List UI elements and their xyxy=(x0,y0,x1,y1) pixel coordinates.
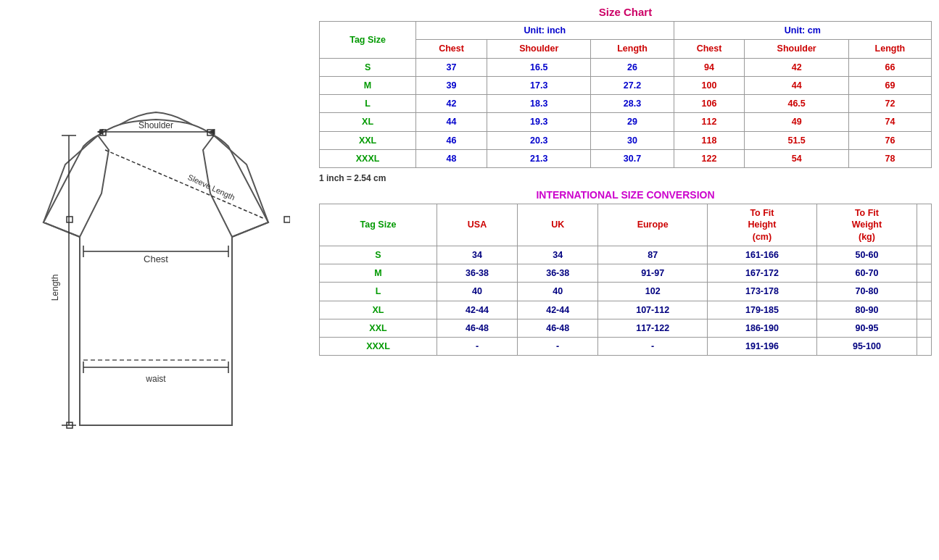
conv-tag-cell: S xyxy=(320,246,437,264)
conv-weight-cell: 95-100 xyxy=(816,338,917,356)
conv-height-cell: 173-178 xyxy=(708,283,817,301)
conv-usa-cell: 40 xyxy=(437,283,517,301)
inch-length-cell: 28.3 xyxy=(591,95,674,113)
col-chest-inch: Chest xyxy=(416,40,487,58)
conv-empty-cell xyxy=(917,338,932,356)
cm-shoulder-cell: 51.5 xyxy=(745,131,848,149)
conv-europe-cell: 107-112 xyxy=(598,301,708,319)
col-shoulder-inch: Shoulder xyxy=(487,40,591,58)
conv-europe-header: Europe xyxy=(598,204,708,246)
inch-length-cell: 27.2 xyxy=(591,76,674,94)
svg-text:Length: Length xyxy=(50,274,60,301)
conv-uk-cell: 40 xyxy=(518,283,598,301)
conv-uk-cell: 36-38 xyxy=(518,264,598,283)
conv-usa-cell: - xyxy=(437,338,517,356)
conv-empty-cell xyxy=(917,246,932,264)
tag-cell: L xyxy=(320,95,416,113)
cm-length-cell: 76 xyxy=(848,131,931,149)
conv-empty-cell xyxy=(917,319,932,337)
inch-shoulder-cell: 17.3 xyxy=(487,76,591,94)
size-row: XL 44 19.3 29 112 49 74 xyxy=(320,113,932,131)
conv-empty-cell xyxy=(917,301,932,319)
conv-europe-cell: 117-122 xyxy=(598,319,708,337)
conv-usa-cell: 46-48 xyxy=(437,319,517,337)
conv-tag-cell: XXL xyxy=(320,319,437,337)
inch-chest-cell: 39 xyxy=(416,76,487,94)
conv-europe-cell: 102 xyxy=(598,283,708,301)
conv-usa-cell: 34 xyxy=(437,246,517,264)
left-panel: Shoulder Length Chest waist Sleeve Lengt… xyxy=(0,0,312,560)
conv-height-cell: 191-196 xyxy=(708,338,817,356)
cm-chest-cell: 112 xyxy=(674,113,745,131)
inch-shoulder-cell: 16.5 xyxy=(487,58,591,76)
conv-usa-header: USA xyxy=(437,204,517,246)
col-length-cm: Length xyxy=(848,40,931,58)
inch-length-cell: 26 xyxy=(591,58,674,76)
size-row: XXXL 48 21.3 30.7 122 54 78 xyxy=(320,149,932,167)
unit-inch-header: Unit: inch xyxy=(416,22,674,40)
conv-row: M 36-38 36-38 91-97 167-172 60-70 xyxy=(320,264,932,283)
inch-chest-cell: 44 xyxy=(416,113,487,131)
right-panel: Size Chart Tag Size Unit: inch Unit: cm … xyxy=(312,0,939,560)
inch-length-cell: 30.7 xyxy=(591,149,674,167)
svg-rect-21 xyxy=(284,217,290,222)
cm-shoulder-cell: 49 xyxy=(745,113,848,131)
conv-weight-cell: 90-95 xyxy=(816,319,917,337)
conversion-table: Tag Size USA UK Europe To FitHeight(cm) … xyxy=(319,204,932,356)
cm-chest-cell: 94 xyxy=(674,58,745,76)
inch-shoulder-cell: 19.3 xyxy=(487,113,591,131)
conv-row: XXXL - - - 191-196 95-100 xyxy=(320,338,932,356)
conv-row: XL 42-44 42-44 107-112 179-185 80-90 xyxy=(320,301,932,319)
size-chart-table: Tag Size Unit: inch Unit: cm Chest Shoul… xyxy=(319,21,932,168)
conv-weight-cell: 60-70 xyxy=(816,264,917,283)
svg-rect-17 xyxy=(67,217,73,222)
conv-europe-cell: 87 xyxy=(598,246,708,264)
conv-tag-cell: XXXL xyxy=(320,338,437,356)
tag-size-header: Tag Size xyxy=(320,22,416,59)
inch-chest-cell: 37 xyxy=(416,58,487,76)
conv-tag-header: Tag Size xyxy=(320,204,437,246)
cm-length-cell: 69 xyxy=(848,76,931,94)
conv-weight-cell: 80-90 xyxy=(816,301,917,319)
conv-europe-cell: - xyxy=(598,338,708,356)
conv-usa-cell: 42-44 xyxy=(437,301,517,319)
conv-row: XXL 46-48 46-48 117-122 186-190 90-95 xyxy=(320,319,932,337)
tag-cell: S xyxy=(320,58,416,76)
col-shoulder-cm: Shoulder xyxy=(745,40,848,58)
conv-height-header: To FitHeight(cm) xyxy=(708,204,817,246)
unit-cm-header: Unit: cm xyxy=(674,22,931,40)
conv-weight-cell: 50-60 xyxy=(816,246,917,264)
conv-weight-cell: 70-80 xyxy=(816,283,917,301)
conv-europe-cell: 91-97 xyxy=(598,264,708,283)
cm-chest-cell: 122 xyxy=(674,149,745,167)
conv-uk-header: UK xyxy=(518,204,598,246)
conv-tag-cell: L xyxy=(320,283,437,301)
cm-shoulder-cell: 44 xyxy=(745,76,848,94)
conv-height-cell: 161-166 xyxy=(708,246,817,264)
col-length-inch: Length xyxy=(591,40,674,58)
inch-shoulder-cell: 18.3 xyxy=(487,95,591,113)
conv-uk-cell: 34 xyxy=(518,246,598,264)
tag-cell: XXL xyxy=(320,131,416,149)
conv-empty-header xyxy=(917,204,932,246)
inch-shoulder-cell: 20.3 xyxy=(487,131,591,149)
cm-shoulder-cell: 46.5 xyxy=(745,95,848,113)
size-row: L 42 18.3 28.3 106 46.5 72 xyxy=(320,95,932,113)
size-row: S 37 16.5 26 94 42 66 xyxy=(320,58,932,76)
inch-chest-cell: 42 xyxy=(416,95,487,113)
conv-height-cell: 186-190 xyxy=(708,319,817,337)
conv-weight-header: To FitWeight(kg) xyxy=(816,204,917,246)
conv-empty-cell xyxy=(917,283,932,301)
svg-text:Chest: Chest xyxy=(144,254,168,264)
inch-length-cell: 30 xyxy=(591,131,674,149)
inch-shoulder-cell: 21.3 xyxy=(487,149,591,167)
conv-uk-cell: 46-48 xyxy=(518,319,598,337)
col-chest-cm: Chest xyxy=(674,40,745,58)
cm-length-cell: 72 xyxy=(848,95,931,113)
inch-chest-cell: 46 xyxy=(416,131,487,149)
conv-height-cell: 167-172 xyxy=(708,264,817,283)
cm-shoulder-cell: 54 xyxy=(745,149,848,167)
tshirt-diagram: Shoulder Length Chest waist Sleeve Lengt… xyxy=(22,78,290,483)
svg-text:waist: waist xyxy=(145,374,166,384)
size-row: M 39 17.3 27.2 100 44 69 xyxy=(320,76,932,94)
